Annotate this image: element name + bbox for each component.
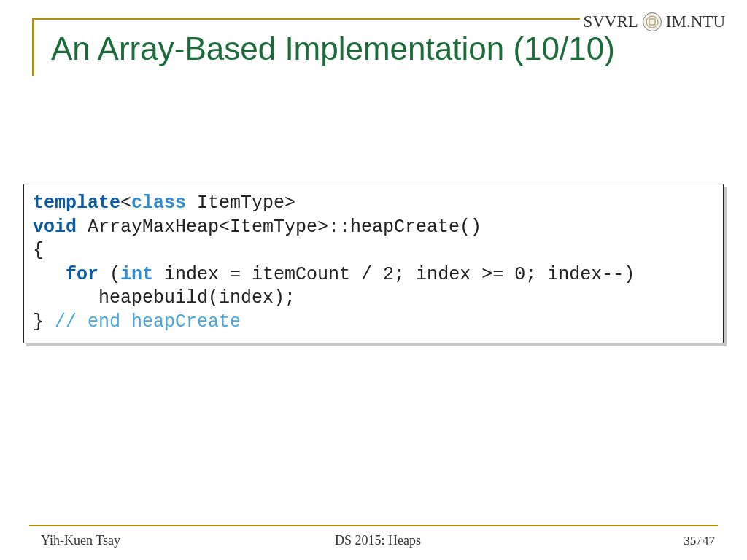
footer-page: 35/47 — [684, 534, 715, 548]
page-current: 35 — [684, 534, 696, 548]
kw-template: template — [33, 192, 120, 214]
code-content: template<class ItemType> void ArrayMaxHe… — [33, 192, 714, 334]
header-affiliation: SVVRL IM.NTU — [580, 12, 728, 31]
footer-course: DS 2015: Heaps — [335, 533, 421, 548]
title-rule-left — [32, 18, 34, 76]
slide: SVVRL IM.NTU An Array-Based Implementati… — [0, 0, 747, 560]
footer-author: Yih-Kuen Tsay — [41, 533, 120, 548]
footer-rule — [29, 525, 718, 526]
ntu-seal-icon — [643, 12, 662, 31]
org-left: SVVRL — [583, 12, 638, 31]
kw-int: int — [120, 264, 153, 285]
comment: // end heapCreate — [55, 311, 241, 332]
page-sep: / — [697, 534, 701, 548]
kw-class: class — [131, 192, 186, 214]
kw-for: for — [66, 264, 98, 285]
svg-rect-1 — [649, 19, 655, 25]
kw-void: void — [33, 217, 77, 238]
slide-title: An Array-Based Implementation (10/10) — [51, 31, 615, 67]
org-right: IM.NTU — [666, 12, 725, 31]
footer: Yih-Kuen Tsay DS 2015: Heaps 35/47 — [41, 533, 715, 548]
code-box: template<class ItemType> void ArrayMaxHe… — [23, 184, 724, 343]
svg-point-0 — [646, 16, 658, 28]
page-total: 47 — [703, 534, 715, 548]
